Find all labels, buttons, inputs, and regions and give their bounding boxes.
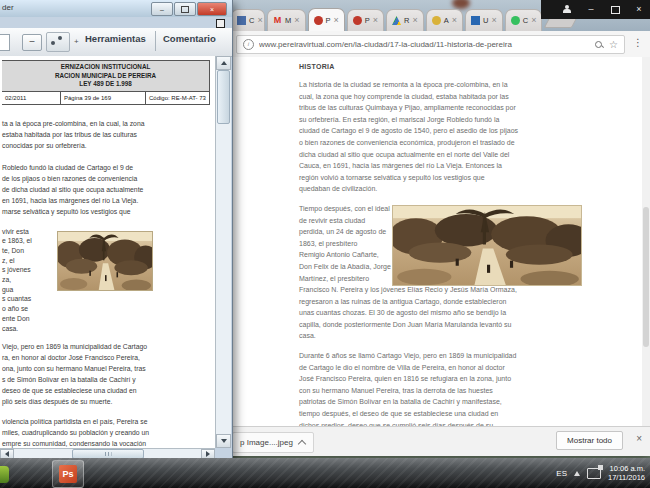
tab-6[interactable]: A ×	[426, 9, 463, 31]
gmail-m-icon: M	[273, 16, 282, 25]
url-text[interactable]: www.pereiravirtual.com/en/la-ciudad/17-l…	[259, 40, 589, 49]
close-button[interactable]: ×	[627, 2, 650, 17]
tab-title: U	[483, 16, 488, 25]
person-icon	[562, 5, 572, 14]
favicon-yellow-icon	[432, 16, 441, 25]
sepia-park-photo	[57, 231, 153, 291]
tab-close-icon[interactable]: ×	[413, 16, 418, 25]
page-scrollbar[interactable]	[642, 57, 650, 426]
tab-close-icon[interactable]: ×	[531, 16, 536, 25]
tab-title: P	[326, 16, 331, 25]
pdf-paragraph-4: Viejo, pero en 1869 la municipalidad de …	[2, 341, 215, 407]
tab-3-active[interactable]: P ×	[308, 8, 345, 31]
web-paragraph-1: La historia de la ciudad se remonta a la…	[299, 79, 613, 195]
scroll-down-button[interactable]	[216, 434, 231, 448]
zoom-level-field[interactable]	[0, 34, 10, 51]
scroll-up-button[interactable]	[216, 56, 231, 70]
minimize-button[interactable]: –	[579, 2, 603, 17]
download-bar-close-icon[interactable]: ×	[636, 434, 642, 444]
taskbar-partial-icon[interactable]	[0, 466, 9, 483]
search-icon[interactable]	[594, 40, 604, 50]
maximize-icon	[181, 6, 189, 13]
tab-4[interactable]: P ×	[347, 9, 384, 31]
tab-title: R	[404, 16, 409, 25]
pdf-minimize-button[interactable]: –	[151, 2, 173, 16]
tab-title: P	[365, 16, 370, 25]
arrow-up-icon	[221, 61, 227, 65]
document-header-table: ERNIZACION INSTITUCIONALRACION MUNICIPAL…	[2, 60, 210, 105]
scrollbar-thumb[interactable]	[643, 207, 649, 347]
chevron-up-icon[interactable]	[299, 439, 306, 446]
wallpaper-blob	[452, 0, 470, 9]
tab-title: C	[249, 16, 254, 25]
browser-window: C × M M × P × P ×	[225, 0, 650, 456]
tab-1[interactable]: C ×	[231, 9, 265, 31]
tab-8[interactable]: C ×	[505, 9, 543, 31]
pdf-paragraph-2: Robledo fundó la ciudad de Cartago el 9 …	[2, 162, 215, 217]
bookmark-star-icon[interactable]: ☆	[609, 40, 618, 50]
browser-menu-icon[interactable]: ⋮	[633, 37, 643, 49]
tab-title: C	[523, 16, 528, 25]
tab-close-icon[interactable]: ×	[334, 16, 339, 25]
tab-close-icon[interactable]: ×	[452, 16, 457, 25]
arrow-left-icon	[5, 451, 9, 457]
zoom-in-button[interactable]: +	[74, 37, 79, 46]
pdf-document: ERNIZACION INSTITUCIONALRACION MUNICIPAL…	[0, 56, 215, 448]
tab-2[interactable]: M M ×	[267, 9, 306, 31]
clock[interactable]: 10:06 a.m. 17/11/2016	[608, 464, 645, 482]
favicon-blue-icon	[237, 16, 246, 25]
whatsapp-icon	[511, 16, 520, 25]
browser-titlebar: C × M M × P × P ×	[226, 0, 650, 31]
maximize-button[interactable]	[603, 2, 627, 17]
pdf-maximize-button[interactable]	[174, 2, 196, 16]
pereiravirtual-icon	[353, 16, 362, 25]
tools-tab[interactable]: Herramientas	[85, 33, 146, 44]
network-tray-icon[interactable]	[587, 468, 601, 479]
hidden-icons-arrow-icon[interactable]	[574, 471, 580, 476]
tray-time: 10:06 a.m.	[608, 464, 645, 473]
scrollbar-thumb[interactable]	[217, 70, 230, 124]
pdf-vertical-scrollbar[interactable]	[215, 56, 231, 448]
tab-close-icon[interactable]: ×	[294, 16, 299, 25]
maximize-icon	[611, 6, 620, 14]
taskbar-powerpoint-button[interactable]: Ps	[52, 460, 84, 488]
meta-code: Código: RE-M-AT- 73	[145, 92, 209, 104]
address-bar[interactable]: i www.pereiravirtual.com/en/la-ciudad/17…	[236, 35, 625, 54]
pdf-window-title: der	[2, 3, 14, 12]
pereiravirtual-icon	[314, 16, 323, 25]
meta-date: 02/2011	[2, 92, 60, 104]
meta-page-number: Página 39 de 169	[60, 92, 145, 104]
show-all-downloads-button[interactable]: Mostrar todo	[556, 431, 623, 450]
tab-7[interactable]: U ×	[465, 9, 503, 31]
page-heading: HISTORIA	[299, 63, 613, 70]
tab-close-icon[interactable]: ×	[373, 16, 378, 25]
sepia-park-photo	[392, 205, 582, 286]
tab-title: A	[444, 16, 449, 25]
tray-date: 17/11/2016	[608, 473, 645, 482]
tab-close-icon[interactable]: ×	[257, 16, 262, 25]
powerpoint-icon: Ps	[59, 465, 77, 483]
pdf-toolbar: – + Herramientas Comentario	[0, 28, 232, 57]
toolbar-separator	[155, 31, 156, 51]
tab-close-icon[interactable]: ×	[491, 16, 496, 25]
pdf-window-controls: – ×	[151, 2, 227, 16]
download-item[interactable]: p Image....jpeg	[232, 432, 314, 453]
pdf-close-button[interactable]: ×	[197, 2, 227, 16]
zoom-out-button[interactable]: –	[22, 34, 42, 51]
comment-tab[interactable]: Comentario	[163, 33, 216, 44]
grip-icon	[105, 452, 112, 456]
profile-button[interactable]	[555, 2, 579, 17]
browser-window-controls: – ×	[541, 0, 650, 19]
restore-document-icon[interactable]	[216, 19, 225, 28]
web-paragraph-3: Durante 6 años se llamó Cartago Viejo, p…	[299, 350, 613, 426]
taskbar: Ps ES 10:06 a.m. 17/11/2016	[0, 458, 650, 488]
language-indicator[interactable]: ES	[556, 469, 567, 478]
document-header: ERNIZACION INSTITUCIONALRACION MUNICIPAL…	[2, 61, 209, 91]
arrow-right-icon	[206, 451, 210, 457]
system-tray: ES 10:06 a.m. 17/11/2016	[556, 458, 645, 488]
pdf-reader-window: der – × – + Herramientas Comentario ERNI…	[0, 0, 233, 460]
tab-5[interactable]: R ×	[386, 9, 424, 31]
web-paragraph-2: Tiempo después, con el idealde revivir e…	[299, 203, 613, 342]
page-info-icon[interactable]: i	[243, 39, 254, 50]
pan-zoom-tool-button[interactable]	[46, 32, 70, 52]
